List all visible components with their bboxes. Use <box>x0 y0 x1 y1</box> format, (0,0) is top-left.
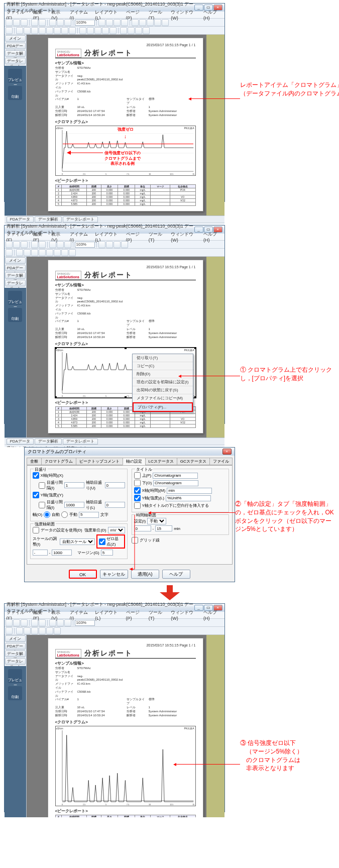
ok-button[interactable]: OK <box>69 570 97 579</box>
title-y-input[interactable] <box>166 495 211 501</box>
width-auto-radio[interactable] <box>44 511 50 518</box>
chromatogram-chart-selected[interactable]: uS/cmPK出器A 02.557.51012.515 切り取り(T) コピー(… <box>55 348 196 398</box>
tab-axis[interactable]: 軸の設定 <box>123 458 146 465</box>
t2-2[interactable] <box>24 27 31 34</box>
preview-icon[interactable]: プレビュー <box>8 69 22 83</box>
cb-grid[interactable] <box>132 537 138 544</box>
trange-from-input[interactable] <box>134 525 151 531</box>
zoom-combo[interactable]: 103% <box>75 20 95 26</box>
apply-button[interactable]: 適用(A) <box>131 570 159 579</box>
chromatogram-chart-fixed[interactable]: uS/cmPK出器A 02.557.51012.515 <box>55 726 196 806</box>
menu-window[interactable]: ウィンドウ(W) <box>171 9 199 21</box>
tab-general[interactable]: 全般 <box>27 458 42 465</box>
btab-rep[interactable]: データレポート <box>63 216 98 223</box>
sb-pda[interactable]: PDAデータ <box>5 43 26 49</box>
t2-7[interactable] <box>61 27 68 34</box>
t2-6[interactable] <box>54 27 61 34</box>
tb-i1[interactable] <box>98 19 105 26</box>
tab-peaktop[interactable]: ピークトップコメント <box>76 458 123 465</box>
t2-5[interactable] <box>46 27 53 34</box>
sb-ana[interactable]: データ解析 <box>5 50 26 57</box>
tb-i8[interactable] <box>154 19 161 26</box>
ctx-copy[interactable]: コピー(C) <box>133 362 193 370</box>
tab-lc[interactable]: LCステータス <box>145 458 177 465</box>
tb-i7[interactable] <box>147 19 154 26</box>
t2-14[interactable] <box>120 27 127 34</box>
tb-i5[interactable] <box>132 19 139 26</box>
save-icon[interactable] <box>21 19 28 26</box>
unit-select[interactable]: mV <box>108 527 125 533</box>
title-x-input[interactable] <box>167 488 212 494</box>
t2-8[interactable] <box>69 27 76 34</box>
cb-blank[interactable] <box>134 502 141 509</box>
tab-chrom[interactable]: クロマトグラム <box>41 458 76 465</box>
ctx-cut[interactable]: 切り取り(T) <box>133 354 193 362</box>
width-manual-radio[interactable] <box>61 511 68 518</box>
print-icon[interactable] <box>31 19 38 26</box>
preview-icon[interactable] <box>39 19 46 26</box>
t2-10[interactable] <box>87 27 94 34</box>
sb-main[interactable]: メイン <box>5 35 26 42</box>
cb-zero-base[interactable] <box>99 538 105 545</box>
ctx-setdefault[interactable]: 現在の設定を初期値に設定(I) <box>133 378 193 386</box>
width-input[interactable] <box>79 512 99 518</box>
tab-gc[interactable]: GCステータス <box>177 458 210 465</box>
t2-13[interactable] <box>109 27 117 34</box>
tb-i3[interactable] <box>114 19 121 26</box>
cancel-button[interactable]: キャンセル <box>100 570 128 579</box>
cb-usedata[interactable] <box>33 527 39 533</box>
xsub-input[interactable] <box>105 482 125 488</box>
chromatogram-chart[interactable]: uS/cm PK出器A 02.557.51012.515 強度ゼロ↓ 信号強度ゼ… <box>55 126 196 176</box>
cb-yinterval[interactable] <box>39 502 45 508</box>
margin-input[interactable] <box>101 550 113 556</box>
range-to-input[interactable] <box>52 550 72 556</box>
t2-3[interactable] <box>31 27 38 34</box>
cb-xinterval[interactable] <box>39 482 45 489</box>
cb-yint[interactable] <box>33 492 39 498</box>
t2-12[interactable] <box>102 27 109 34</box>
t2-17[interactable] <box>143 27 150 34</box>
tb-i4[interactable] <box>121 19 128 26</box>
tb-i2[interactable] <box>106 19 113 26</box>
title-top-input[interactable] <box>153 473 198 479</box>
new-icon[interactable] <box>6 19 13 26</box>
range-from-input[interactable] <box>33 550 48 556</box>
print-sb-icon[interactable]: 印刷 <box>8 86 22 100</box>
ctx-metafile[interactable]: メタファイルにコピー(M) <box>133 394 193 402</box>
paste-icon[interactable] <box>64 19 71 26</box>
scale-select[interactable]: 自動スケール <box>60 538 95 545</box>
btab-ana[interactable]: データ解析 <box>35 216 62 223</box>
menu-help[interactable]: ヘルプ(H) <box>203 9 222 21</box>
cb-xtime[interactable] <box>33 472 39 479</box>
t2-4[interactable] <box>39 27 46 34</box>
cb-title-x[interactable] <box>134 487 141 494</box>
sb-rep[interactable]: データレポート <box>5 58 26 64</box>
ysub-input[interactable] <box>105 502 125 508</box>
help-button[interactable]: ヘルプ <box>162 570 190 579</box>
copy-icon[interactable] <box>57 19 64 26</box>
title-bot-input[interactable] <box>153 480 198 486</box>
trange-select[interactable]: 手動 <box>147 518 166 524</box>
cb-title-top[interactable] <box>134 472 141 479</box>
arrow-icon[interactable] <box>6 27 13 34</box>
tb-i9[interactable] <box>162 19 169 26</box>
open-icon[interactable] <box>13 19 20 26</box>
t2-16[interactable] <box>135 27 142 34</box>
ctx-reset[interactable]: 出荷時の状態に戻す(S) <box>133 386 193 394</box>
tb-i6[interactable] <box>139 19 146 26</box>
btab-pda[interactable]: PDAデータ <box>7 216 34 223</box>
dialog-close-button[interactable]: × <box>222 449 232 455</box>
cb-title-y[interactable] <box>134 495 141 501</box>
t2-15[interactable] <box>128 27 135 34</box>
ctx-delete[interactable]: 削除(D) <box>133 370 193 378</box>
cut-icon[interactable] <box>49 19 56 26</box>
cb-title-bot[interactable] <box>134 480 141 486</box>
t2-1[interactable] <box>16 27 23 34</box>
ctx-properties[interactable]: プロパティ(P)... <box>133 402 193 412</box>
t2-11[interactable] <box>94 27 101 34</box>
t2-9[interactable] <box>79 27 86 34</box>
tab-file[interactable]: ファイル <box>209 458 233 465</box>
xinterval-input[interactable] <box>64 482 84 488</box>
yinterval-input[interactable] <box>64 502 84 508</box>
trange-to-input[interactable] <box>155 525 172 531</box>
